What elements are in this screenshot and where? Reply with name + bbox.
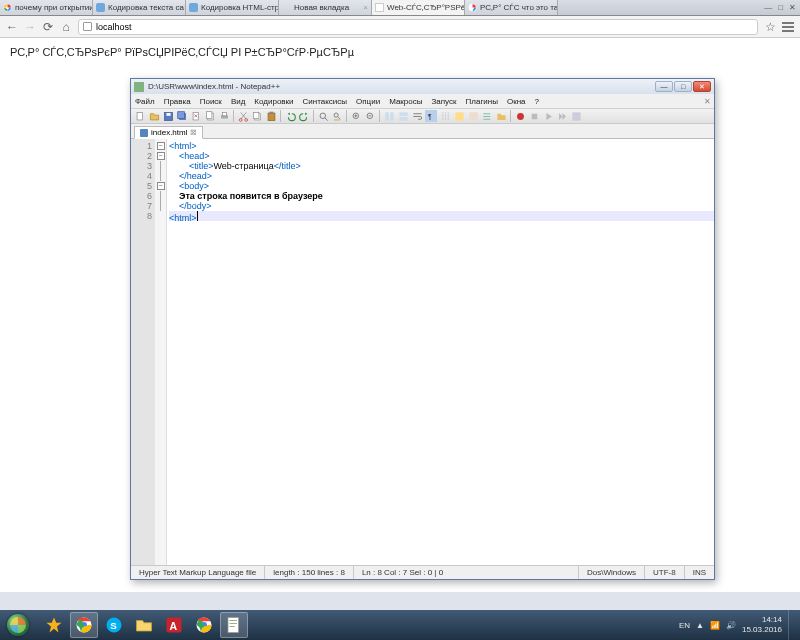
- browser-tab-active[interactable]: Web-СЃС‚СЂР°РЅРёС ×: [372, 0, 465, 15]
- menu-encoding[interactable]: Кодировки: [254, 97, 293, 106]
- tab-label: Кодировка текста са: [108, 3, 184, 12]
- svg-text:A: A: [170, 620, 178, 632]
- menu-options[interactable]: Опции: [356, 97, 380, 106]
- address-bar[interactable]: localhost: [78, 19, 758, 35]
- taskbar-item-chrome[interactable]: [70, 612, 98, 638]
- window-minimize-button[interactable]: —: [655, 81, 673, 92]
- fold-toggle-icon[interactable]: −: [157, 182, 165, 190]
- indent-guide-icon[interactable]: [439, 110, 451, 122]
- browser-tab-strip: почему при открытии × Кодировка текста с…: [0, 0, 800, 16]
- doc-map-icon[interactable]: [467, 110, 479, 122]
- forward-button[interactable]: →: [24, 21, 36, 33]
- save-all-icon[interactable]: [176, 110, 188, 122]
- tab-close-icon[interactable]: ×: [363, 3, 368, 12]
- menu-windows[interactable]: Окна: [507, 97, 526, 106]
- npp-file-tab[interactable]: index.html ⊠: [134, 126, 203, 139]
- status-encoding: UTF-8: [645, 566, 685, 579]
- tray-network-icon[interactable]: 📶: [710, 621, 720, 630]
- language-indicator[interactable]: EN: [679, 621, 690, 630]
- window-minimize-icon[interactable]: —: [764, 3, 772, 12]
- sync-h-icon[interactable]: [397, 110, 409, 122]
- browser-tab[interactable]: РС‚Р° СЃС что это так ×: [465, 0, 558, 15]
- macro-play-multi-icon[interactable]: [556, 110, 568, 122]
- browser-tab[interactable]: Новая вкладка ×: [279, 0, 372, 15]
- menu-help[interactable]: ?: [535, 97, 539, 106]
- window-close-icon[interactable]: ✕: [789, 3, 796, 12]
- clock-time: 14:14: [742, 615, 782, 625]
- taskbar-item-adobe-reader[interactable]: A: [160, 612, 188, 638]
- tray-flag-icon[interactable]: ▲: [696, 621, 704, 630]
- svg-rect-17: [269, 111, 273, 113]
- undo-icon[interactable]: [284, 110, 296, 122]
- open-file-icon[interactable]: [148, 110, 160, 122]
- func-list-icon[interactable]: [481, 110, 493, 122]
- start-button[interactable]: [0, 610, 36, 640]
- zoom-in-icon[interactable]: [350, 110, 362, 122]
- replace-icon[interactable]: [331, 110, 343, 122]
- code-area[interactable]: <html> <head> <title>Web-страница</title…: [167, 139, 714, 565]
- close-file-icon[interactable]: [190, 110, 202, 122]
- window-maximize-icon[interactable]: □: [778, 3, 783, 12]
- page-icon: [189, 3, 198, 12]
- tab-label: Кодировка HTML-стр: [201, 3, 279, 12]
- bookmark-star-icon[interactable]: ☆: [764, 21, 776, 33]
- tray-volume-icon[interactable]: 🔊: [726, 621, 736, 630]
- svg-point-29: [517, 113, 524, 120]
- browser-tab[interactable]: Кодировка текста са ×: [93, 0, 186, 15]
- menu-syntax[interactable]: Синтаксисы: [303, 97, 348, 106]
- wrap-icon[interactable]: [411, 110, 423, 122]
- copy-icon[interactable]: [251, 110, 263, 122]
- zoom-out-icon[interactable]: [364, 110, 376, 122]
- show-all-chars-icon[interactable]: ¶: [425, 110, 437, 122]
- cut-icon[interactable]: [237, 110, 249, 122]
- macro-play-icon[interactable]: [542, 110, 554, 122]
- new-file-icon[interactable]: [134, 110, 146, 122]
- document-close-icon[interactable]: ✕: [704, 97, 711, 106]
- home-button[interactable]: ⌂: [60, 21, 72, 33]
- lang-udl-icon[interactable]: [453, 110, 465, 122]
- taskbar-item-notepadpp[interactable]: [220, 612, 248, 638]
- chrome-menu-icon[interactable]: [782, 22, 794, 32]
- status-language: Hyper Text Markup Language file: [131, 566, 265, 579]
- menu-run[interactable]: Запуск: [431, 97, 456, 106]
- folder-panel-icon[interactable]: [495, 110, 507, 122]
- close-all-icon[interactable]: [204, 110, 216, 122]
- taskbar-item-explorer[interactable]: [130, 612, 158, 638]
- toolbar-separator: [346, 110, 347, 122]
- taskbar-item-aimp[interactable]: [40, 612, 68, 638]
- menu-view[interactable]: Вид: [231, 97, 245, 106]
- sync-v-icon[interactable]: [383, 110, 395, 122]
- tray-clock[interactable]: 14:14 15.03.2016: [742, 615, 782, 635]
- window-maximize-button[interactable]: □: [674, 81, 692, 92]
- fold-toggle-icon[interactable]: −: [157, 142, 165, 150]
- show-desktop-button[interactable]: [788, 610, 796, 640]
- save-icon[interactable]: [162, 110, 174, 122]
- print-icon[interactable]: [218, 110, 230, 122]
- window-close-button[interactable]: ✕: [693, 81, 711, 92]
- back-button[interactable]: ←: [6, 21, 18, 33]
- macro-save-icon[interactable]: [570, 110, 582, 122]
- find-icon[interactable]: [317, 110, 329, 122]
- file-tab-close-icon[interactable]: ⊠: [190, 128, 197, 137]
- menu-macros[interactable]: Макросы: [389, 97, 422, 106]
- paste-icon[interactable]: [265, 110, 277, 122]
- taskbar-item-chrome-2[interactable]: [190, 612, 218, 638]
- taskbar-item-skype[interactable]: S: [100, 612, 128, 638]
- svg-text:¶: ¶: [428, 113, 432, 120]
- toolbar-separator: [313, 110, 314, 122]
- redo-icon[interactable]: [298, 110, 310, 122]
- file-tab-label: index.html: [151, 128, 187, 137]
- npp-titlebar[interactable]: D:\USR\www\index.html - Notepad++ — □ ✕: [131, 79, 714, 94]
- browser-tab[interactable]: Кодировка HTML-стр ×: [186, 0, 279, 15]
- svg-rect-15: [253, 112, 259, 118]
- reload-button[interactable]: ⟳: [42, 21, 54, 33]
- browser-tab[interactable]: почему при открытии ×: [0, 0, 93, 15]
- menu-search[interactable]: Поиск: [200, 97, 222, 106]
- menu-edit[interactable]: Правка: [164, 97, 191, 106]
- macro-stop-icon[interactable]: [528, 110, 540, 122]
- window-controls: — □ ✕: [760, 0, 800, 15]
- macro-record-icon[interactable]: [514, 110, 526, 122]
- fold-toggle-icon[interactable]: −: [157, 152, 165, 160]
- menu-plugins[interactable]: Плагины: [466, 97, 498, 106]
- menu-file[interactable]: Файл: [135, 97, 155, 106]
